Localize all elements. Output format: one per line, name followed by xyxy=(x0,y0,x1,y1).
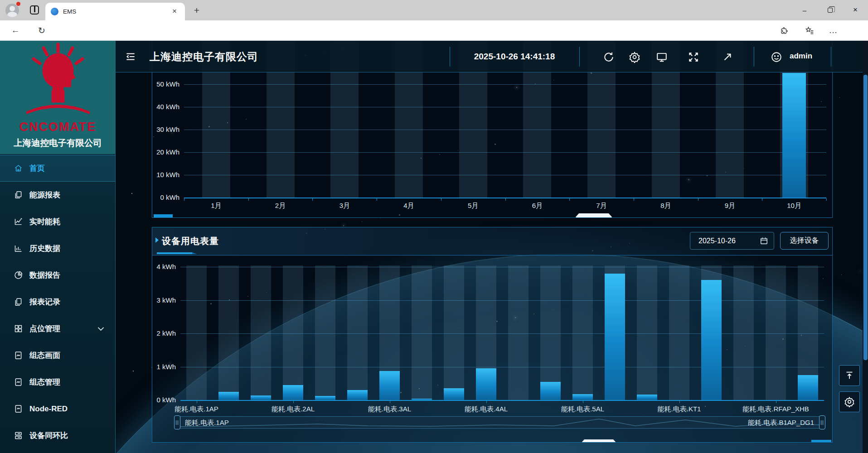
axis-tick xyxy=(505,198,506,201)
user-smiley-icon[interactable] xyxy=(771,51,782,63)
tab-favicon-icon xyxy=(51,8,58,15)
y-axis-label: 4 kWh xyxy=(152,263,176,270)
bar-background-band xyxy=(572,265,593,400)
browser-menu-icon[interactable]: … xyxy=(827,24,839,37)
username-label[interactable]: admin xyxy=(790,52,812,61)
sidebar-item-4[interactable]: 数据报告 xyxy=(0,262,116,289)
favorites-bar-icon[interactable] xyxy=(803,24,816,37)
sidebar-item-label: 数据报告 xyxy=(29,270,60,280)
browser-window: EMS × + – × ← ↻ 不安全 | 192.168.2.18/ems/i… xyxy=(0,0,868,453)
window-restore-button[interactable] xyxy=(820,0,840,20)
expand-icon[interactable] xyxy=(722,51,733,63)
window-minimize-button[interactable]: – xyxy=(794,0,815,20)
star xyxy=(841,275,842,275)
ems-app: 0 kWh10 kWh20 kWh30 kWh40 kWh50 kWh1月2月3… xyxy=(0,41,868,453)
page-scrollbar[interactable] xyxy=(863,41,868,453)
collapse-menu-icon[interactable] xyxy=(125,51,136,63)
star xyxy=(860,271,860,272)
grid-line xyxy=(180,367,824,367)
top-arrow-icon xyxy=(844,371,854,381)
monitor-icon[interactable] xyxy=(656,51,668,63)
axis-tick xyxy=(776,401,776,403)
sidebar-item-label: 组态管理 xyxy=(29,377,60,387)
panel1-hscroll-thumb[interactable] xyxy=(575,213,612,217)
sidebar-item-2[interactable]: 实时能耗 xyxy=(0,208,116,235)
bar xyxy=(444,388,464,400)
panel2-hscroll-corner[interactable] xyxy=(811,440,831,443)
records-icon xyxy=(14,297,23,307)
back-to-top-button[interactable] xyxy=(839,365,860,386)
panel2-hscroll-thumb[interactable] xyxy=(581,439,617,443)
browser-toolbar: ← ↻ 不安全 | 192.168.2.18/ems/index.html#/h… xyxy=(0,20,868,41)
bar-background-band xyxy=(733,265,754,400)
bar xyxy=(218,392,239,400)
brand-name-cn: 上海迪控电子有限公司 xyxy=(0,137,116,149)
sidebar-item-10[interactable]: 设备同环比 xyxy=(0,422,116,449)
sidebar-item-label: 设备同环比 xyxy=(29,430,68,441)
bar xyxy=(347,390,368,400)
x-axis-label: 能耗.电表.RFAP_XHB xyxy=(726,405,826,414)
datazoom-right-handle[interactable]: || xyxy=(819,415,825,429)
axis-tick xyxy=(377,198,377,201)
bar xyxy=(605,274,625,400)
sidebar-item-6[interactable]: 点位管理 xyxy=(0,315,116,342)
sidebar-item-label: 能源报表 xyxy=(29,190,60,200)
brand-name: CNCOMATE xyxy=(0,120,116,134)
axis-tick xyxy=(634,198,634,201)
x-axis-label: 能耗.电表.5AL xyxy=(533,405,633,414)
bar xyxy=(782,73,806,198)
sidebar-item-label: 组态画面 xyxy=(29,350,60,361)
refresh-icon[interactable] xyxy=(603,51,615,63)
x-axis-label: 能耗.电表.2AL xyxy=(243,405,343,414)
fullscreen-icon[interactable] xyxy=(688,51,699,63)
y-axis-label: 20 kWh xyxy=(152,148,179,156)
datazoom-end-label: 能耗.电表.B1AP_DG1 xyxy=(748,419,814,427)
x-axis-line xyxy=(184,198,826,198)
window-close-button[interactable]: × xyxy=(845,0,866,20)
sidebar-item-7[interactable]: 组态画面 xyxy=(0,342,116,369)
compare-icon xyxy=(14,431,23,440)
sidebar-item-label: 首页 xyxy=(29,163,45,173)
sidebar-item-0[interactable]: 首页 xyxy=(0,155,116,182)
bar-background-band xyxy=(766,265,786,400)
sidebar-item-node-red[interactable]: Node-RED xyxy=(0,395,116,422)
realtime-icon xyxy=(14,217,23,226)
sidebar-item-1[interactable]: 能源报表 xyxy=(0,182,116,208)
history-icon xyxy=(14,244,23,253)
device-panel-header: 设备用电表量 2025-10-26 选择设备 xyxy=(152,227,832,255)
date-picker[interactable]: 2025-10-26 xyxy=(690,232,774,250)
extensions-puzzle-icon[interactable] xyxy=(778,24,790,37)
date-value[interactable]: 2025-10-26 xyxy=(698,237,760,245)
browser-tab[interactable]: EMS × xyxy=(45,3,185,20)
star xyxy=(343,225,344,226)
bar-background-band xyxy=(540,265,561,400)
y-axis-label: 1 kWh xyxy=(152,363,176,371)
page-scrollbar-thumb[interactable] xyxy=(863,75,868,360)
select-device-button[interactable]: 选择设备 xyxy=(780,232,829,250)
bar xyxy=(572,394,593,400)
sidebar-item-5[interactable]: 报表记录 xyxy=(0,289,116,315)
sidebar-item-3[interactable]: 历史数据 xyxy=(0,235,116,262)
node-icon xyxy=(14,404,23,414)
refresh-page-icon[interactable]: ↻ xyxy=(35,24,48,37)
datazoom-slider[interactable]: || || 能耗.电表.1AP 能耗.电表.B1AP_DG1 xyxy=(177,416,822,429)
tab-close-icon[interactable]: × xyxy=(170,7,179,17)
page-settings-button[interactable] xyxy=(839,391,860,412)
star xyxy=(131,193,132,194)
datazoom-left-handle[interactable]: || xyxy=(174,415,180,429)
chevron-down-icon[interactable] xyxy=(96,324,106,333)
new-tab-button[interactable]: + xyxy=(190,5,203,17)
bar-background-band xyxy=(669,265,689,400)
bar-background-band xyxy=(315,265,335,400)
sidebar-item-label: 报表记录 xyxy=(29,297,60,307)
back-icon[interactable]: ← xyxy=(9,24,22,37)
screen-icon xyxy=(14,351,23,360)
panel1-hscroll-corner[interactable] xyxy=(154,214,173,217)
y-axis-label: 50 kWh xyxy=(152,80,179,88)
sidebar-item-8[interactable]: 组态管理 xyxy=(0,369,116,395)
grid-line xyxy=(180,267,824,267)
profile-notification-dot xyxy=(16,2,20,6)
settings-gear-icon[interactable] xyxy=(629,51,640,63)
workspaces-icon[interactable] xyxy=(30,5,39,14)
title-marker-icon xyxy=(155,237,159,243)
